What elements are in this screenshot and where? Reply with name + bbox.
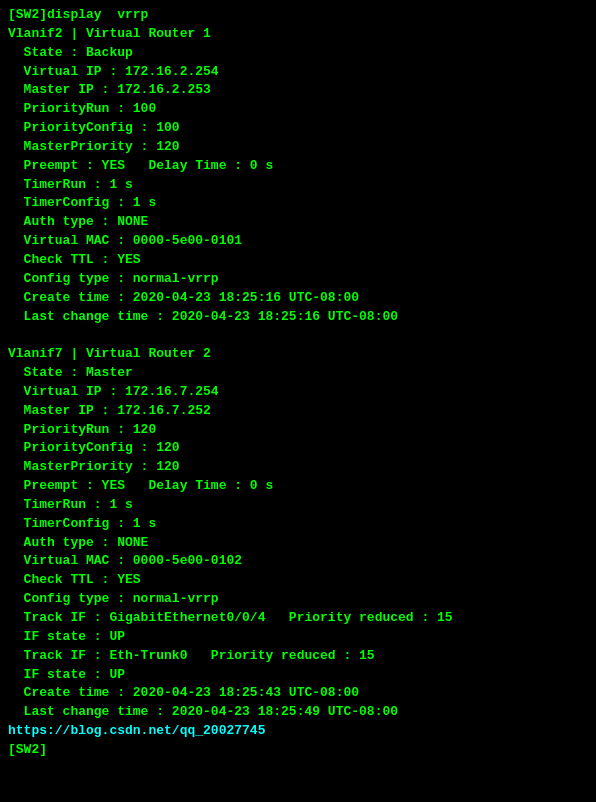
vlanif7-header: Vlanif7 | Virtual Router 2	[8, 345, 588, 364]
vlanif7-line-4: PriorityConfig : 120	[8, 439, 588, 458]
vlanif7-line-3: PriorityRun : 120	[8, 421, 588, 440]
top-prompt: [SW2]display vrrp	[8, 6, 588, 25]
vlanif2-line-0: State : Backup	[8, 44, 588, 63]
vlanif2-header: Vlanif2 | Virtual Router 1	[8, 25, 588, 44]
vlanif7-line-2: Master IP : 172.16.7.252	[8, 402, 588, 421]
terminal-window: [SW2]display vrrp Vlanif2 | Virtual Rout…	[8, 6, 588, 760]
vlanif2-line-1: Virtual IP : 172.16.2.254	[8, 63, 588, 82]
vlanif7-line-1: Virtual IP : 172.16.7.254	[8, 383, 588, 402]
vlanif2-line-4: PriorityConfig : 100	[8, 119, 588, 138]
vlanif7-line-16: IF state : UP	[8, 666, 588, 685]
url-line: https://blog.csdn.net/qq_20027745	[8, 722, 588, 741]
vlanif7-line-12: Config type : normal-vrrp	[8, 590, 588, 609]
vlanif7-line-14: IF state : UP	[8, 628, 588, 647]
vlanif2-line-9: Auth type : NONE	[8, 213, 588, 232]
vlanif2-line-7: TimerRun : 1 s	[8, 176, 588, 195]
vlanif7-line-6: Preempt : YES Delay Time : 0 s	[8, 477, 588, 496]
vlanif7-line-5: MasterPriority : 120	[8, 458, 588, 477]
vlanif7-line-18: Last change time : 2020-04-23 18:25:49 U…	[8, 703, 588, 722]
vlanif2-line-11: Check TTL : YES	[8, 251, 588, 270]
vlanif7-line-9: Auth type : NONE	[8, 534, 588, 553]
vlanif2-line-8: TimerConfig : 1 s	[8, 194, 588, 213]
vlanif2-block: State : Backup Virtual IP : 172.16.2.254…	[8, 44, 588, 327]
vlanif7-line-11: Check TTL : YES	[8, 571, 588, 590]
vlanif7-line-17: Create time : 2020-04-23 18:25:43 UTC-08…	[8, 684, 588, 703]
vlanif2-line-5: MasterPriority : 120	[8, 138, 588, 157]
vlanif2-line-14: Last change time : 2020-04-23 18:25:16 U…	[8, 308, 588, 327]
vlanif7-line-8: TimerConfig : 1 s	[8, 515, 588, 534]
vlanif7-line-7: TimerRun : 1 s	[8, 496, 588, 515]
vlanif7-line-10: Virtual MAC : 0000-5e00-0102	[8, 552, 588, 571]
vlanif7-line-15: Track IF : Eth-Trunk0 Priority reduced :…	[8, 647, 588, 666]
vlanif2-line-12: Config type : normal-vrrp	[8, 270, 588, 289]
blank-line	[8, 326, 588, 345]
vlanif2-line-6: Preempt : YES Delay Time : 0 s	[8, 157, 588, 176]
vlanif7-block: State : Master Virtual IP : 172.16.7.254…	[8, 364, 588, 722]
bottom-prompt: [SW2]	[8, 741, 588, 760]
vlanif2-line-3: PriorityRun : 100	[8, 100, 588, 119]
vlanif7-line-13: Track IF : GigabitEthernet0/0/4 Priority…	[8, 609, 588, 628]
vlanif7-line-0: State : Master	[8, 364, 588, 383]
vlanif2-line-10: Virtual MAC : 0000-5e00-0101	[8, 232, 588, 251]
vlanif2-line-13: Create time : 2020-04-23 18:25:16 UTC-08…	[8, 289, 588, 308]
vlanif2-line-2: Master IP : 172.16.2.253	[8, 81, 588, 100]
